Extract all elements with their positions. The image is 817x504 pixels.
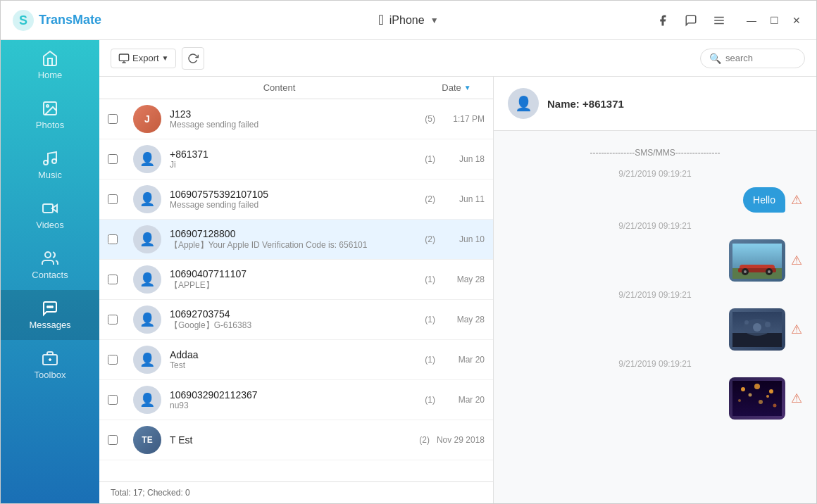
maximize-button[interactable]: ☐: [766, 12, 782, 29]
messages-icon: [42, 300, 58, 317]
timestamp: 9/21/2019 09:19:21: [508, 290, 802, 300]
main-layout: Home Photos Music: [1, 40, 816, 503]
minimize-button[interactable]: —: [743, 12, 760, 29]
app-logo: S TransMate: [12, 9, 101, 32]
toolbox-icon: [42, 350, 58, 367]
message-checkbox[interactable]: [108, 395, 118, 405]
message-content: +861371 Ji: [170, 149, 418, 170]
message-row[interactable]: 👤 1069032902112367 nu93 (1) Mar 20: [99, 380, 493, 420]
message-row[interactable]: 👤 10692703754 【Google】G-616383 (1) May 2…: [99, 300, 493, 340]
menu-button[interactable]: [709, 11, 729, 30]
message-content: Addaa Test: [170, 349, 418, 370]
device-selector[interactable]:  iPhone ▼: [378, 12, 438, 28]
svg-point-33: [765, 322, 771, 327]
apple-icon: : [378, 12, 383, 28]
avatar: 👤: [133, 145, 161, 173]
svg-rect-17: [119, 54, 128, 61]
message-count: (2): [420, 194, 439, 204]
sidebar: Home Photos Music: [1, 40, 99, 503]
sidebar-item-photos[interactable]: Photos: [1, 90, 99, 140]
message-name: J123: [170, 108, 418, 120]
detail-header: 👤 Name: +861371: [494, 77, 816, 131]
avatar: 👤: [133, 225, 161, 253]
refresh-button[interactable]: [182, 47, 204, 70]
message-row[interactable]: 👤 10690407711107 【APPLE】 (1) May 28: [99, 260, 493, 300]
sidebar-label-messages: Messages: [29, 320, 70, 330]
svg-point-26: [744, 270, 747, 273]
avatar: 👤: [133, 265, 161, 294]
message-content: 106907128800 【Apple】Your Apple ID Verifi…: [170, 228, 418, 251]
message-date: Jun 11: [442, 194, 485, 204]
message-content: 106907575392107105 Message sending faile…: [170, 189, 418, 210]
search-input[interactable]: [725, 53, 796, 63]
sidebar-item-music[interactable]: Music: [1, 140, 99, 190]
message-count: (1): [420, 315, 439, 325]
sidebar-item-toolbox[interactable]: Toolbox: [1, 340, 99, 390]
message-row[interactable]: 👤 Addaa Test (1) Mar 20: [99, 340, 493, 380]
logo-text: TransMate: [39, 13, 101, 27]
svg-point-13: [51, 306, 53, 308]
message-preview: Test: [170, 360, 418, 370]
message-name: 106907575392107105: [170, 189, 418, 200]
message-checkbox[interactable]: [108, 355, 118, 365]
message-count: (1): [420, 355, 439, 365]
message-preview: nu93: [170, 401, 418, 410]
export-chevron: ▼: [162, 54, 169, 62]
export-button[interactable]: Export ▼: [111, 49, 176, 68]
message-name: Addaa: [170, 349, 418, 360]
svg-point-12: [49, 306, 51, 308]
message-content: 10692703754 【Google】G-616383: [170, 308, 418, 332]
message-count: (1): [420, 395, 439, 405]
sidebar-label-music: Music: [38, 170, 62, 180]
svg-point-37: [769, 389, 773, 393]
svg-point-32: [744, 320, 749, 325]
message-bubble-row-media: ⚠: [508, 377, 802, 420]
message-checkbox[interactable]: [108, 275, 118, 284]
sidebar-label-toolbox: Toolbox: [35, 370, 66, 380]
message-preview: 【APPLE】: [170, 279, 418, 291]
message-checkbox[interactable]: [108, 234, 118, 244]
message-checkbox[interactable]: [108, 194, 118, 204]
detail-messages[interactable]: ----------------SMS/MMS---------------- …: [494, 131, 816, 503]
photos-icon: [42, 100, 58, 117]
message-row[interactable]: 👤 106907575392107105 Message sending fai…: [99, 179, 493, 220]
search-icon: 🔍: [709, 53, 721, 64]
sidebar-label-videos: Videos: [36, 220, 64, 230]
message-date: Mar 20: [442, 355, 485, 365]
message-date: Jun 18: [442, 154, 485, 164]
message-row[interactable]: 👤 106907128800 【Apple】Your Apple ID Veri…: [99, 220, 493, 260]
avatar: TE: [133, 426, 161, 454]
messages-list-header: Content Date ▼: [99, 77, 493, 99]
close-button[interactable]: ✕: [788, 12, 805, 29]
messages-scroll[interactable]: J J123 Message sending failed (5) 1:17 P…: [99, 99, 493, 481]
message-row[interactable]: J J123 Message sending failed (5) 1:17 P…: [99, 99, 493, 139]
svg-point-8: [52, 159, 56, 163]
sidebar-item-messages[interactable]: Messages: [1, 290, 99, 340]
svg-point-27: [768, 270, 771, 273]
message-bubble: Hello: [743, 187, 785, 213]
sidebar-item-contacts[interactable]: Contacts: [1, 240, 99, 290]
message-checkbox[interactable]: [108, 154, 118, 164]
message-preview: Ji: [170, 160, 418, 170]
message-row[interactable]: TE T Est (2) Nov 29 2018: [99, 420, 493, 460]
message-row[interactable]: 👤 +861371 Ji (1) Jun 18: [99, 139, 493, 179]
facebook-button[interactable]: [653, 11, 673, 30]
detail-avatar: 👤: [508, 88, 539, 119]
detail-pane: 👤 Name: +861371 ----------------SMS/MMS-…: [494, 77, 816, 503]
message-checkbox[interactable]: [108, 114, 118, 124]
sidebar-label-home: Home: [38, 70, 63, 80]
export-label: Export: [132, 53, 159, 63]
app-window: S TransMate  iPhone ▼ — ☐ ✕: [0, 0, 817, 504]
message-checkbox[interactable]: [108, 315, 118, 325]
sidebar-item-videos[interactable]: Videos: [1, 190, 99, 240]
message-date: Jun 10: [442, 234, 485, 244]
message-preview: Message sending failed: [170, 200, 418, 210]
svg-point-6: [46, 105, 49, 107]
message-name: 10690407711107: [170, 268, 418, 279]
chat-button[interactable]: [681, 11, 701, 30]
message-count: (2): [420, 234, 439, 244]
detail-name: Name: +861371: [547, 98, 624, 110]
message-name: T Est: [170, 434, 412, 446]
sidebar-item-home[interactable]: Home: [1, 40, 99, 90]
message-checkbox[interactable]: [108, 435, 118, 445]
